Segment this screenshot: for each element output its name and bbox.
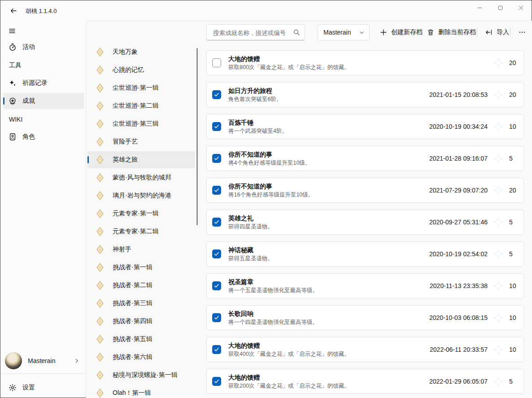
- category-label: 冒险手艺: [113, 138, 138, 146]
- achievement-description: 获取800次「藏金之花」或「启示之花」的馈藏。: [228, 64, 488, 71]
- category-item[interactable]: 尘世巡游·第三辑: [87, 115, 195, 132]
- sidebar-item-label: 祈愿记录: [22, 79, 48, 87]
- achievement-row[interactable]: 大地的馈赠获取800次「藏金之花」或「启示之花」的馈藏。 20: [206, 50, 524, 75]
- category-label: 心跳的记忆: [113, 66, 144, 74]
- sidebar: 活动 工具 祈愿记录 成就 WIKI 角色 Masterain 设置: [1, 22, 86, 397]
- minimize-button[interactable]: [469, 1, 490, 15]
- import-button[interactable]: 导入: [481, 25, 514, 40]
- category-item[interactable]: 元素专家·第二辑: [87, 223, 195, 240]
- check-icon: [214, 283, 220, 289]
- primogem-count: 5: [509, 378, 518, 385]
- category-item[interactable]: 心跳的记忆: [87, 61, 195, 79]
- primogem-count: 20: [509, 91, 518, 98]
- achievement-checkbox[interactable]: [212, 154, 221, 163]
- search-input[interactable]: [212, 25, 291, 41]
- achievement-description: 将16个角色好感等级提升至10级。: [228, 191, 429, 199]
- archive-select-dropdown[interactable]: Masterain: [318, 24, 370, 40]
- category-item[interactable]: 尘世巡游·第一辑: [87, 79, 195, 96]
- category-label: 挑战者·第五辑: [113, 335, 153, 343]
- category-label: 天地万象: [113, 48, 138, 56]
- category-emblem-icon: [95, 227, 105, 236]
- primogem-count: 10: [509, 123, 518, 130]
- sidebar-item-wish-history[interactable]: 祈愿记录: [3, 75, 84, 91]
- character-badge-icon: [9, 133, 17, 141]
- achievement-description: 角色首次突破至6阶。: [228, 96, 429, 103]
- category-item[interactable]: 挑战者·第六辑: [87, 349, 195, 366]
- sidebar-item-achievements[interactable]: 成就: [3, 93, 84, 109]
- category-label: 英雄之旅: [113, 156, 138, 164]
- delete-archive-button[interactable]: 删除当前存档: [423, 25, 480, 40]
- create-archive-button[interactable]: 创建新存档: [375, 25, 427, 40]
- category-emblem-icon: [95, 209, 105, 219]
- achievement-row[interactable]: 祝圣篇章将一个五星圣遗物强化至最高等级。 2020-11-13 23:35:38…: [206, 273, 524, 298]
- achievement-checkbox[interactable]: [212, 249, 221, 258]
- check-icon: [214, 219, 220, 225]
- primogem-icon: [493, 376, 503, 386]
- back-arrow-icon: [10, 7, 17, 14]
- primogem-count: 10: [509, 314, 518, 321]
- category-scrollbar[interactable]: [196, 48, 198, 225]
- sidebar-item-activity[interactable]: 活动: [3, 39, 84, 55]
- category-emblem-icon: [95, 316, 105, 326]
- close-button[interactable]: [510, 1, 531, 15]
- category-item[interactable]: 蒙德·风与牧歌的城邦: [87, 169, 195, 186]
- achievement-checkbox[interactable]: [212, 218, 221, 227]
- titlebar: 胡桃 1.1.4.0: [0, 0, 532, 22]
- achievement-checkbox[interactable]: [212, 345, 221, 354]
- category-item[interactable]: 英雄之旅: [87, 151, 195, 168]
- category-label: 蒙德·风与牧歌的城邦: [113, 174, 171, 182]
- back-button[interactable]: [6, 4, 21, 17]
- achievement-row[interactable]: 长歌回响将一个四星圣遗物强化至最高等级。 2020-10-03 06:08:15…: [206, 305, 524, 330]
- sidebar-section-tools: 工具: [9, 61, 22, 70]
- achievement-checkbox[interactable]: [212, 186, 221, 195]
- achievement-row[interactable]: 大地的馈赠获取200次「藏金之花」或「启示之花」的馈藏。 2022-01-29 …: [206, 369, 524, 394]
- category-item[interactable]: 尘世巡游·第二辑: [87, 97, 195, 114]
- category-item[interactable]: 璃月·岩与契约的海港: [87, 187, 195, 204]
- achievement-date: 2022-01-29 06:05:07: [429, 378, 488, 385]
- achievement-checkbox[interactable]: [212, 377, 221, 386]
- category-item[interactable]: 元素专家·第一辑: [87, 205, 195, 222]
- import-icon: [485, 29, 493, 36]
- plus-icon: [380, 29, 387, 36]
- search-icon[interactable]: [293, 29, 300, 36]
- category-item[interactable]: 冒险手艺: [87, 133, 195, 150]
- primogem-icon: [493, 58, 503, 68]
- check-icon: [214, 251, 220, 257]
- achievement-checkbox[interactable]: [212, 281, 221, 290]
- achievement-row[interactable]: 神话秘藏获得五星圣遗物。 2020-10-19 02:54:025: [206, 241, 524, 267]
- primogem-count: 10: [509, 346, 518, 353]
- category-item[interactable]: 挑战者·第一辑: [87, 259, 195, 276]
- achievement-checkbox[interactable]: [212, 90, 221, 99]
- achievement-row[interactable]: 百炼千锤将一个武器突破至4阶。 2020-10-19 00:34:2410: [206, 114, 524, 139]
- category-label: 元素专家·第一辑: [113, 210, 159, 218]
- sidebar-section-wiki: WIKI: [9, 116, 22, 123]
- user-profile-row[interactable]: Masterain: [1, 351, 86, 371]
- maximize-button[interactable]: [490, 1, 510, 15]
- achievement-row[interactable]: 你所不知道的事将16个角色好感等级提升至10级。 2021-07-29 09:0…: [206, 178, 524, 203]
- category-item[interactable]: 挑战者·第五辑: [87, 331, 195, 348]
- category-item[interactable]: 挑战者·第三辑: [87, 295, 195, 312]
- achievement-checkbox[interactable]: [212, 122, 221, 131]
- category-item[interactable]: 天地万象: [87, 44, 195, 61]
- achievement-row[interactable]: 大地的馈赠获取400次「藏金之花」或「启示之花」的馈藏。 2022-06-11 …: [206, 337, 524, 362]
- category-item[interactable]: 秘境与深境螺旋·第一辑: [87, 367, 195, 384]
- achievement-date: 2020-09-27 05:31:46: [429, 219, 488, 226]
- category-item[interactable]: 挑战者·第二辑: [87, 277, 195, 294]
- achievement-title: 百炼千锤: [228, 118, 429, 127]
- achievement-row[interactable]: 英雄之礼获得四星圣遗物。 2020-09-27 05:31:465: [206, 210, 524, 235]
- achievement-laurel-icon: [9, 97, 17, 105]
- achievement-row[interactable]: 你所不知道的事将4个角色好感等级提升至10级。 2021-01-28 09:16…: [206, 146, 524, 171]
- category-item[interactable]: 神射手: [87, 241, 195, 258]
- achievement-title: 大地的馈赠: [228, 341, 430, 350]
- menu-toggle-button[interactable]: [4, 24, 20, 38]
- sidebar-item-characters[interactable]: 角色: [3, 129, 84, 145]
- achievement-checkbox[interactable]: [212, 313, 221, 322]
- sidebar-item-settings[interactable]: 设置: [3, 380, 84, 396]
- more-options-button[interactable]: [514, 25, 531, 40]
- check-icon: [214, 346, 220, 353]
- category-item[interactable]: Olah！第一辑: [87, 385, 195, 398]
- achievement-checkbox[interactable]: [212, 58, 221, 67]
- category-item[interactable]: 挑战者·第四辑: [87, 313, 195, 330]
- achievement-row[interactable]: 如日方升的旅程角色首次突破至6阶。 2021-01-15 20:08:5320: [206, 82, 524, 107]
- user-name: Masterain: [28, 357, 74, 364]
